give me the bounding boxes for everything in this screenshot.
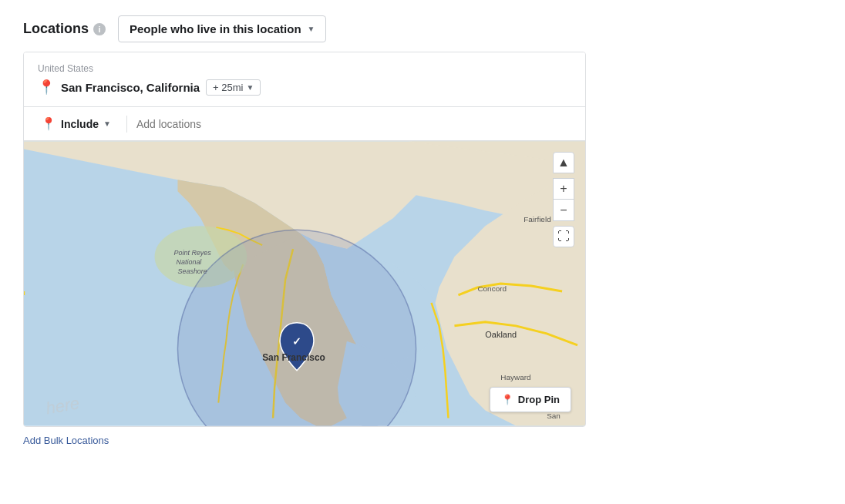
page-container: Locations i People who live in this loca… bbox=[0, 0, 845, 462]
location-info: United States 📍 San Francisco, Californi… bbox=[24, 52, 585, 106]
svg-text:San: San bbox=[547, 412, 561, 420]
map-panel: United States 📍 San Francisco, Californi… bbox=[23, 52, 586, 427]
include-button[interactable]: 📍 Include ▼ bbox=[35, 113, 117, 134]
location-type-dropdown[interactable]: People who live in this location ▼ bbox=[118, 15, 326, 42]
drop-pin-icon: 📍 bbox=[501, 394, 513, 405]
include-label: Include bbox=[61, 118, 99, 130]
svg-text:National: National bbox=[176, 258, 202, 266]
svg-text:✓: ✓ bbox=[292, 335, 301, 348]
city-name: San Francisco, California bbox=[61, 81, 200, 94]
city-row: 📍 San Francisco, California + 25mi ▼ bbox=[38, 79, 571, 96]
drop-pin-button[interactable]: 📍 Drop Pin bbox=[490, 387, 571, 412]
radius-label: + 25mi bbox=[213, 82, 243, 93]
chevron-down-icon: ▼ bbox=[308, 25, 315, 33]
svg-text:Concord: Concord bbox=[477, 284, 507, 293]
svg-text:Hayward: Hayward bbox=[500, 373, 530, 381]
svg-text:Fairfield: Fairfield bbox=[523, 215, 550, 223]
map-controls: ▲ + − ⛶ bbox=[553, 152, 574, 247]
map-container[interactable]: ✓ San Francisco Oakland Concord Hayward … bbox=[24, 141, 585, 426]
radius-chevron-icon: ▼ bbox=[246, 83, 254, 92]
add-locations-input[interactable] bbox=[136, 118, 574, 130]
svg-text:San Francisco: San Francisco bbox=[262, 352, 325, 363]
pan-up-button[interactable]: ▲ bbox=[553, 152, 574, 173]
include-pin-icon: 📍 bbox=[41, 116, 56, 131]
location-pin-icon: 📍 bbox=[38, 79, 55, 96]
dropdown-label: People who live in this location bbox=[130, 22, 301, 35]
locations-row: Locations i People who live in this loca… bbox=[23, 15, 822, 42]
zoom-in-button[interactable]: + bbox=[553, 178, 574, 200]
vertical-divider bbox=[126, 116, 127, 133]
add-bulk-locations-link[interactable]: Add Bulk Locations bbox=[23, 435, 822, 446]
include-chevron-icon: ▼ bbox=[103, 119, 111, 128]
svg-text:Oakland: Oakland bbox=[485, 330, 517, 339]
info-icon[interactable]: i bbox=[93, 23, 106, 35]
radius-dropdown[interactable]: + 25mi ▼ bbox=[206, 79, 261, 96]
map-svg: ✓ San Francisco Oakland Concord Hayward … bbox=[24, 141, 585, 426]
drop-pin-label: Drop Pin bbox=[518, 394, 560, 405]
country-label: United States bbox=[38, 63, 571, 74]
zoom-out-button[interactable]: − bbox=[553, 200, 574, 221]
locations-title: Locations bbox=[23, 21, 89, 37]
svg-text:Seashore: Seashore bbox=[177, 267, 207, 275]
locations-label-group: Locations i bbox=[23, 21, 106, 37]
svg-text:Point Reyes: Point Reyes bbox=[173, 249, 211, 257]
include-bar: 📍 Include ▼ bbox=[24, 106, 585, 141]
fullscreen-button[interactable]: ⛶ bbox=[553, 226, 574, 247]
